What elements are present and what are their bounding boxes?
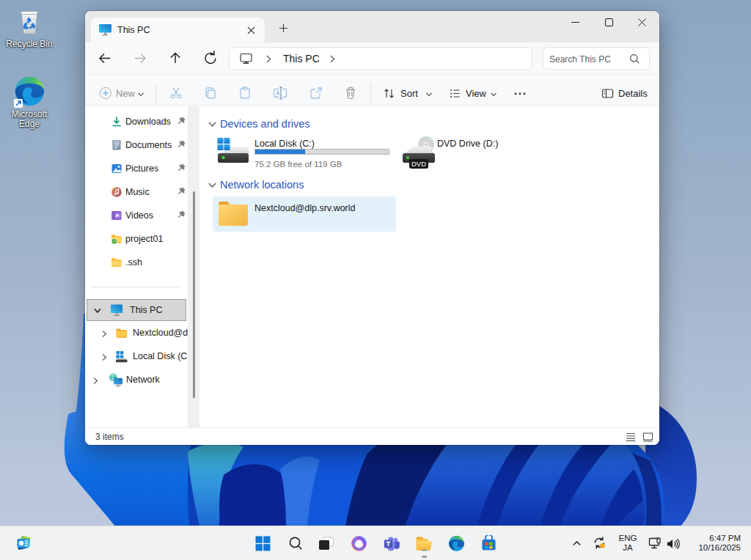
svg-text:DVD: DVD — [411, 160, 426, 168]
